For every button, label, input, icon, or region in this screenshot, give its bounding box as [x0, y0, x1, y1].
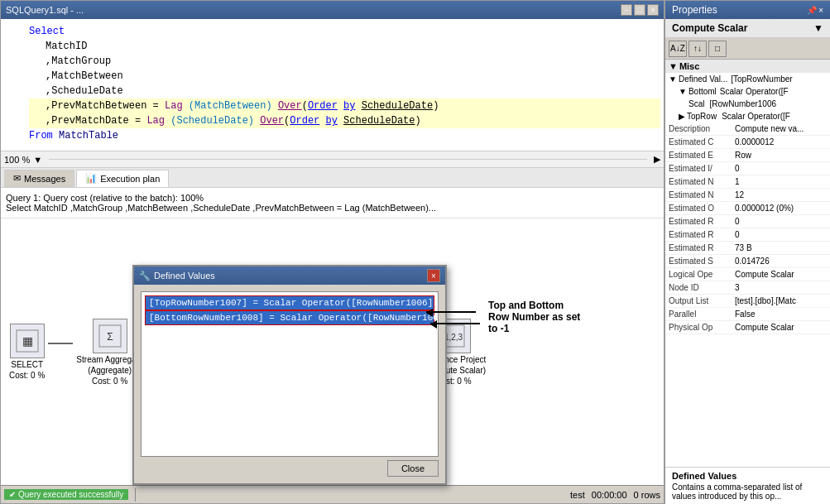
zoom-level: 100 % [4, 155, 30, 165]
sql-keyword: Select [29, 26, 65, 37]
stream-agg-cost: Cost: 0 % [92, 377, 127, 386]
prop-value: 0 [732, 215, 830, 228]
prop-value: Compute Scalar [732, 268, 830, 281]
svg-text:▦: ▦ [22, 334, 32, 348]
dialog-list[interactable]: [TopRowNumber1007] = Scalar Operator([Ro… [141, 291, 439, 457]
dialog-close-button[interactable]: × [427, 269, 440, 282]
property-row: Estimated C0.0000012 [665, 136, 830, 149]
dialog-close-btn[interactable]: Close [387, 460, 439, 477]
prop-value: Compute Scalar [732, 321, 830, 334]
zoom-bar: 100 % ▼ ▶ [1, 151, 664, 168]
prop-name: Estimated E [665, 149, 732, 161]
property-row: Physical OpCompute Scalar [665, 321, 830, 334]
misc-collapse-icon: ▼ [669, 61, 678, 71]
properties-title-bar: Properties 📌 × [665, 1, 830, 19]
prop-name: Estimated C [665, 136, 732, 148]
sql-line: MatchID [29, 39, 660, 54]
title-bar-text: SQLQuery1.sql - ... [6, 5, 84, 15]
scalar-val: [RowNumber1006 [709, 99, 776, 108]
toprow-val: Scalar Operator([F [722, 112, 790, 121]
prop-value: 3 [732, 281, 830, 294]
prop-name: Output List [665, 295, 732, 307]
dialog-title-text: Defined Values [154, 271, 215, 281]
prop-value: 1 [732, 175, 830, 188]
property-row: Node ID3 [665, 281, 830, 295]
zoom-icon: ▼ [33, 155, 42, 165]
sort-category-button[interactable]: ↑↓ [688, 41, 707, 57]
dialog-content: [TopRowNumber1007] = Scalar Operator([Ro… [134, 285, 445, 483]
scroll-right-icon[interactable]: ▶ [654, 154, 660, 165]
properties-title-label: Properties [672, 4, 717, 16]
prop-name: Estimated O [665, 202, 732, 214]
tab-messages[interactable]: ✉ Messages [4, 170, 74, 187]
properties-subtitle: Compute Scalar ▼ [665, 19, 830, 38]
properties-description: Defined Values Contains a comma-separate… [665, 467, 830, 504]
defined-values-val: [TopRowNumber [731, 74, 792, 84]
stream-agg-type: (Aggregate) [88, 366, 132, 375]
sql-line-highlight: ,PrevMatchBetween = Lag (MatchBetween) O… [29, 98, 660, 113]
toprow-key: TopRow [687, 112, 717, 121]
property-row: Estimated O0.0000012 (0%) [665, 202, 830, 215]
scalar-tree-item[interactable]: Scal [RowNumber1006 [665, 98, 830, 110]
svg-text:1,2,3: 1,2,3 [444, 333, 463, 342]
sql-editor: Select MatchID ,MatchGroup ,MatchBetween… [1, 19, 664, 151]
minimize-button[interactable]: − [621, 4, 632, 16]
plan-icon: 📊 [85, 173, 97, 184]
tab-plan-label: Execution plan [100, 174, 160, 184]
prop-value: 0.0000012 [732, 136, 830, 148]
sql-line: ,ScheduleDate [29, 84, 660, 98]
dialog-item-1[interactable]: [TopRowNumber1007] = Scalar Operator([Ro… [145, 295, 434, 310]
plan-node-select[interactable]: ▦ SELECT Cost: 0 % [9, 324, 45, 380]
props-dropdown-icon[interactable]: ▼ [813, 22, 823, 34]
check-icon: ✔ [9, 490, 16, 499]
dialog-title-bar: 🔧 Defined Values × [134, 266, 445, 285]
defined-values-dialog[interactable]: 🔧 Defined Values × [TopRowNumber1007] = … [132, 265, 447, 485]
sql-line: ,MatchGroup [29, 54, 660, 69]
arrow1 [48, 343, 73, 344]
properties-view-button[interactable]: □ [708, 41, 727, 57]
property-row: Output List[test].[dbo].[Matc [665, 295, 830, 308]
tab-execution-plan[interactable]: 📊 Execution plan [76, 170, 169, 187]
prop-value: False [732, 308, 830, 320]
tree-expand-icon: ▼ [669, 74, 677, 84]
prop-name: Estimated S [665, 255, 732, 267]
property-row: Estimated R0 [665, 228, 830, 242]
status-separator [135, 488, 136, 502]
toprow-tree-item[interactable]: ▶ TopRow Scalar Operator([F [665, 110, 830, 122]
props-desc-text: Contains a comma-separated list of value… [672, 482, 823, 501]
status-ok-indicator: ✔ Query executed successfully [4, 489, 128, 500]
status-bar: ✔ Query executed successfully test 00:00… [1, 485, 664, 503]
prop-name: Node ID [665, 281, 732, 294]
prop-name: Description [665, 122, 732, 135]
prop-value: 0 [732, 228, 830, 241]
query-result-line1: Query 1: Query cost (relative to the bat… [6, 193, 659, 203]
title-bar: SQLQuery1.sql - ... − □ × [1, 1, 664, 19]
tree-child-expand-icon: ▼ [679, 87, 687, 96]
prop-name: Parallel [665, 308, 732, 320]
sort-az-button[interactable]: A↓Z [669, 41, 687, 57]
misc-section-header[interactable]: ▼ Misc [665, 60, 830, 73]
tabs-bar: ✉ Messages 📊 Execution plan [1, 168, 664, 188]
sql-line: From MatchTable [29, 128, 660, 143]
properties-subtitle-label: Compute Scalar [672, 22, 747, 34]
props-pin-icon[interactable]: 📌 [807, 6, 817, 15]
props-close-icon[interactable]: × [818, 6, 823, 15]
property-row: Estimated N12 [665, 189, 830, 202]
dialog-title-icon: 🔧 [139, 271, 151, 281]
scalar-key: Scal [688, 99, 704, 108]
close-button[interactable]: × [647, 4, 659, 16]
status-right-section: test 00:00:00 0 rows [570, 490, 660, 500]
misc-label: Misc [679, 61, 699, 71]
defined-values-tree-item[interactable]: ▼ Defined Val... [TopRowNumber [665, 73, 830, 85]
property-row: ParallelFalse [665, 308, 830, 321]
properties-tree: ▼ Misc ▼ Defined Val... [TopRowNumber ▼ … [665, 60, 830, 467]
bottom-scal-tree-item[interactable]: ▼ Bottoml Scalar Operator([F [665, 85, 830, 98]
properties-toolbar: A↓Z ↑↓ □ [665, 38, 830, 60]
maximize-button[interactable]: □ [634, 4, 645, 16]
property-row: DescriptionCompute new va... [665, 122, 830, 136]
dialog-footer: Close [141, 457, 439, 477]
dialog-item-2[interactable]: [BottomRowNumber1008] = Scalar Operator(… [145, 310, 434, 325]
prop-name: Estimated N [665, 189, 732, 201]
prop-name: Estimated N [665, 175, 732, 188]
dialog-title-content: 🔧 Defined Values [139, 271, 215, 281]
